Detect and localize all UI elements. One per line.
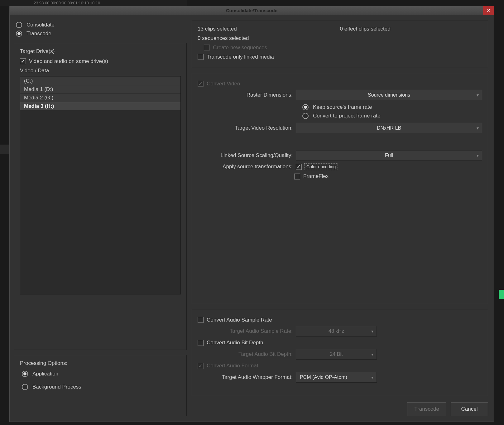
raster-dimensions-row: Raster Dimensions: Source dimensions xyxy=(198,90,482,100)
linked-source-scaling-label: Linked Source Scaling/Quality: xyxy=(198,152,296,159)
raster-dimensions-label: Raster Dimensions: xyxy=(198,92,296,98)
drive-list[interactable]: (C:) Media 1 (D:) Media 2 (G:) Media 3 (… xyxy=(20,76,181,294)
audio-wrapper-format-select[interactable]: PCM (Avid OP-Atom) xyxy=(296,372,377,383)
radio-icon xyxy=(302,104,309,110)
convert-audio-format-row: Convert Audio Format xyxy=(198,362,482,370)
dialog-body: Consolidate Transcode Target Drive(s) Vi… xyxy=(10,15,494,422)
frameflex-label: FrameFlex xyxy=(303,173,329,180)
target-video-resolution-select[interactable]: DNxHR LB xyxy=(296,123,482,133)
audio-bit-depth-label: Target Audio Bit Depth: xyxy=(198,351,296,357)
checkbox-icon xyxy=(204,45,210,50)
audio-bit-depth-select: 24 Bit xyxy=(296,349,377,360)
linked-source-scaling-select[interactable]: Full xyxy=(296,150,482,161)
convert-audio-sample-rate-label: Convert Audio Sample Rate xyxy=(207,316,272,324)
keep-source-fps-row[interactable]: Keep source's frame rate xyxy=(300,103,482,112)
clips-selected: 13 clips selected xyxy=(198,26,340,32)
convert-project-fps-row[interactable]: Convert to project frame rate xyxy=(300,112,482,120)
radio-icon xyxy=(302,113,309,119)
transcode-radio-row[interactable]: Transcode xyxy=(14,29,187,38)
drive-item[interactable]: Media 1 (D:) xyxy=(20,85,180,93)
bg-accent xyxy=(499,290,504,299)
processing-application-label: Application xyxy=(32,371,58,377)
same-drive-label: Video and audio on same drive(s) xyxy=(29,58,108,65)
drive-item[interactable]: (C:) xyxy=(20,77,180,85)
sequences-selected: 0 sequences selected xyxy=(198,35,340,41)
left-column: Consolidate Transcode Target Drive(s) Vi… xyxy=(14,21,187,416)
video-data-heading: Video / Data xyxy=(20,68,181,74)
audio-wrapper-format-row: Target Audio Wrapper Format: PCM (Avid O… xyxy=(198,372,482,383)
consolidate-radio-row[interactable]: Consolidate xyxy=(14,21,187,29)
processing-options-panel: Processing Options: Application Backgrou… xyxy=(14,355,187,416)
drive-item[interactable]: Media 3 (H:) xyxy=(20,102,180,110)
target-video-resolution-row: Target Video Resolution: DNxHR LB xyxy=(198,123,482,133)
checkbox-icon xyxy=(198,340,204,346)
frameflex-row[interactable]: FrameFlex xyxy=(294,173,482,180)
target-drives-heading: Target Drive(s) xyxy=(20,48,181,55)
selection-info-panel: 13 clips selected 0 effect clips selecte… xyxy=(192,21,488,68)
target-video-resolution-label: Target Video Resolution: xyxy=(198,125,296,131)
audio-bit-depth-row: Target Audio Bit Depth: 24 Bit xyxy=(198,349,482,360)
checkbox-icon xyxy=(198,81,204,87)
apply-source-transformations-label: Apply source transformations: xyxy=(198,164,296,170)
convert-video-row: Convert Video xyxy=(198,80,482,88)
bg-strip xyxy=(0,145,9,154)
radio-icon xyxy=(16,31,22,37)
video-panel: Convert Video Raster Dimensions: Source … xyxy=(192,73,488,304)
audio-panel: Convert Audio Sample Rate Target Audio S… xyxy=(192,309,488,396)
raster-dimensions-select[interactable]: Source dimensions xyxy=(296,90,482,100)
drive-item[interactable]: Media 2 (G:) xyxy=(20,94,180,102)
audio-wrapper-format-label: Target Audio Wrapper Format: xyxy=(198,374,296,380)
convert-audio-bit-depth-row[interactable]: Convert Audio Bit Depth xyxy=(198,339,482,346)
radio-icon xyxy=(22,371,28,377)
selection-info-grid: 13 clips selected 0 effect clips selecte… xyxy=(198,26,482,41)
checkbox-icon xyxy=(198,317,204,323)
dialog-title: Consolidate/Transcode xyxy=(10,8,494,13)
convert-audio-bit-depth-label: Convert Audio Bit Depth xyxy=(207,339,263,346)
cancel-button[interactable]: Cancel xyxy=(451,402,488,416)
radio-icon xyxy=(16,22,22,28)
processing-background-row[interactable]: Background Process xyxy=(20,383,181,391)
create-new-sequences-row: Create new sequences xyxy=(204,44,482,51)
convert-project-fps-label: Convert to project frame rate xyxy=(313,113,380,119)
titlebar: Consolidate/Transcode ✕ xyxy=(10,6,494,15)
linked-source-scaling-row: Linked Source Scaling/Quality: Full xyxy=(198,150,482,161)
audio-sample-rate-select: 48 kHz xyxy=(296,326,377,337)
audio-sample-rate-label: Target Audio Sample Rate: xyxy=(198,328,296,334)
dialog-button-row: Transcode Cancel xyxy=(192,401,488,416)
background-timecode: 23.98 00:00:00:00 00:01:10:10 10:10 xyxy=(0,0,187,6)
transcode-label: Transcode xyxy=(26,31,51,37)
close-icon: ✕ xyxy=(487,7,491,13)
checkbox-icon xyxy=(198,363,204,369)
effect-clips-selected: 0 effect clips selected xyxy=(340,26,482,32)
transcode-linked-only-row[interactable]: Transcode only linked media xyxy=(198,53,482,61)
checkbox-icon xyxy=(198,54,204,60)
close-button[interactable]: ✕ xyxy=(483,6,494,15)
color-encoding-checkbox[interactable] xyxy=(296,164,302,170)
convert-audio-sample-rate-row[interactable]: Convert Audio Sample Rate xyxy=(198,316,482,324)
transcode-linked-only-label: Transcode only linked media xyxy=(207,53,274,61)
convert-audio-format-label: Convert Audio Format xyxy=(207,362,258,370)
convert-video-label: Convert Video xyxy=(207,80,240,88)
color-encoding-label: Color encoding xyxy=(304,163,338,170)
apply-source-transformations-row: Apply source transformations: Color enco… xyxy=(198,163,482,170)
processing-application-row[interactable]: Application xyxy=(20,370,181,378)
create-new-sequences-label: Create new sequences xyxy=(213,44,267,51)
checkbox-icon xyxy=(294,174,300,179)
processing-background-label: Background Process xyxy=(32,384,81,390)
transcode-button[interactable]: Transcode xyxy=(407,402,446,416)
mode-group: Consolidate Transcode xyxy=(14,21,187,38)
target-drives-panel: Target Drive(s) Video and audio on same … xyxy=(14,43,187,350)
same-drive-checkbox-row[interactable]: Video and audio on same drive(s) xyxy=(20,58,181,65)
radio-icon xyxy=(22,384,28,390)
right-column: 13 clips selected 0 effect clips selecte… xyxy=(192,21,488,416)
checkbox-icon xyxy=(20,58,26,64)
audio-sample-rate-row: Target Audio Sample Rate: 48 kHz xyxy=(198,326,482,337)
keep-source-fps-label: Keep source's frame rate xyxy=(313,104,372,110)
processing-heading: Processing Options: xyxy=(20,360,181,366)
consolidate-label: Consolidate xyxy=(26,22,55,28)
consolidate-transcode-dialog: Consolidate/Transcode ✕ Consolidate Tran… xyxy=(9,6,494,422)
